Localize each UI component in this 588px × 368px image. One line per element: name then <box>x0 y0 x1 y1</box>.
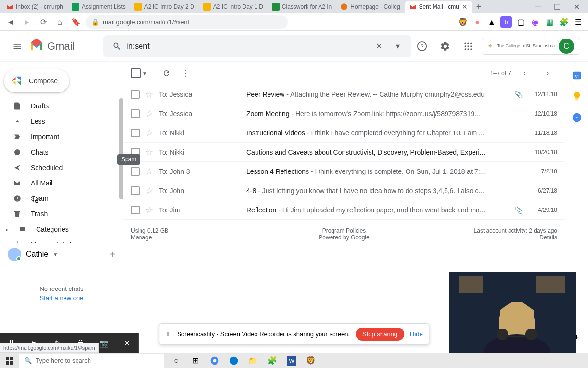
rec-close-button[interactable]: ✕ <box>115 333 139 353</box>
row-checkbox[interactable] <box>131 186 140 195</box>
svg-point-9 <box>471 42 472 44</box>
window-maximize-button[interactable]: ☐ <box>548 0 567 13</box>
row-star-button[interactable]: ☆ <box>145 205 153 215</box>
row-checkbox[interactable] <box>131 167 140 176</box>
sidebar-item-allmail[interactable]: All Mail <box>0 175 123 191</box>
mail-row-6[interactable]: ☆ To: Jim Reflection - Hi Jim I uploaded… <box>123 200 565 220</box>
hangouts-section[interactable]: Cathie ▼ + <box>0 243 123 266</box>
details-link[interactable]: Details <box>415 234 557 241</box>
start-chat-link[interactable]: Start a new one <box>0 294 123 302</box>
row-star-button[interactable]: ☆ <box>145 89 153 100</box>
more-button[interactable]: ⋮ <box>176 64 195 83</box>
refresh-button[interactable] <box>157 64 176 83</box>
main-menu-button[interactable] <box>8 37 27 56</box>
ext-icon-7[interactable]: ▦ <box>544 16 555 28</box>
cortana-button[interactable]: ○ <box>167 353 185 368</box>
search-input[interactable] <box>127 42 369 51</box>
settings-button[interactable] <box>435 37 455 56</box>
ext-icon-6[interactable]: ◉ <box>529 16 541 28</box>
row-star-button[interactable]: ☆ <box>145 128 153 138</box>
window-close-button[interactable]: ✕ <box>567 0 586 13</box>
screencastify-ext-icon[interactable]: ● <box>472 16 483 28</box>
address-bar[interactable]: 🔒 mail.google.com/mail/u/1/#sent <box>86 15 288 29</box>
sidebar-item-chats[interactable]: Chats <box>0 145 123 160</box>
sidebar-item-categories[interactable]: ▸Categories <box>0 222 123 237</box>
mail-row-3[interactable]: ☆ To: Nikki Cautions and Caveats about C… <box>123 143 565 162</box>
window-minimize-button[interactable]: ─ <box>528 0 548 13</box>
nav-back-button[interactable]: ◄ <box>4 15 17 29</box>
browser-tab-3[interactable]: A2 IC Intro Day 1 D <box>199 1 267 13</box>
row-star-button[interactable]: ☆ <box>145 147 153 158</box>
brave-taskbar-icon[interactable]: 🦁 <box>302 353 320 368</box>
sidebar-scrollbar[interactable] <box>119 98 123 199</box>
account-avatar[interactable]: C <box>559 39 574 54</box>
nav-bookmark-button[interactable]: 🔖 <box>69 15 83 29</box>
sidebar-item-spam[interactable]: Spam <box>0 191 123 206</box>
mail-row-1[interactable]: ☆ To: Jessica Zoom Meeting - Here is tom… <box>123 104 565 123</box>
select-dropdown[interactable]: ▼ <box>142 71 147 76</box>
ext-icon-5[interactable]: ▢ <box>515 16 526 28</box>
browser-tab-2[interactable]: A2 IC Intro Day 2 D <box>130 1 198 13</box>
sidebar-item-scheduled[interactable]: Scheduled <box>0 160 123 175</box>
browser-tab-5[interactable]: Homepage - Colleg <box>336 1 404 13</box>
apps-button[interactable] <box>459 37 478 56</box>
browser-tab-1[interactable]: Assignment Lists <box>68 1 129 13</box>
tab-close-button[interactable]: ✕ <box>461 3 468 10</box>
nav-reload-button[interactable]: ⟳ <box>37 15 50 29</box>
extensions-button[interactable]: 🧩 <box>558 16 570 28</box>
drive-ext-icon[interactable]: ▲ <box>486 16 498 28</box>
search-clear-button[interactable]: ✕ <box>369 37 388 56</box>
start-button[interactable] <box>0 353 19 368</box>
taskbar-search[interactable]: 🔍 Type here to search <box>19 354 164 368</box>
browser-tab-6[interactable]: Sent Mail - cmu✕ <box>405 1 472 13</box>
hide-sharing-button[interactable]: Hide <box>410 330 423 338</box>
word-taskbar-icon[interactable]: W <box>283 353 300 368</box>
tasks-addon[interactable] <box>571 112 583 123</box>
row-checkbox[interactable] <box>131 206 140 214</box>
trash-icon <box>13 209 22 219</box>
calendar-addon[interactable]: 31 <box>571 69 583 81</box>
row-checkbox[interactable] <box>131 129 140 137</box>
row-star-button[interactable]: ☆ <box>145 185 153 196</box>
bitmoji-ext-icon[interactable]: b <box>500 16 512 28</box>
keep-addon[interactable] <box>571 91 583 102</box>
task-view-button[interactable]: ⊞ <box>187 353 204 368</box>
explorer-taskbar-icon[interactable]: 📁 <box>244 353 262 368</box>
sidebar-item-important[interactable]: Important <box>0 129 123 145</box>
row-checkbox[interactable] <box>131 90 140 99</box>
sidebar-item-trash[interactable]: Trash <box>0 206 123 222</box>
search-options-button[interactable]: ▾ <box>388 37 408 56</box>
edge-taskbar-icon[interactable] <box>225 353 243 368</box>
compose-button[interactable]: Compose <box>4 69 69 92</box>
hangouts-new-button[interactable]: + <box>110 249 115 260</box>
next-page-button[interactable]: › <box>538 64 557 83</box>
mail-row-0[interactable]: ☆ To: Jessica Peer Review - Attaching th… <box>123 85 565 104</box>
brave-shield-icon[interactable]: 🦁 <box>457 16 469 28</box>
row-star-button[interactable]: ☆ <box>145 166 153 177</box>
chrome-taskbar-icon[interactable] <box>206 353 223 368</box>
mail-row-5[interactable]: ☆ To: John 4-8 - Just letting you know t… <box>123 181 565 200</box>
browser-tab-0[interactable]: Inbox (2) - cmurph <box>2 1 67 13</box>
manage-link[interactable]: Manage <box>131 234 273 241</box>
mail-row-4[interactable]: ☆ To: John 3 Lesson 4 Reflections - I th… <box>123 162 565 181</box>
app-taskbar-icon[interactable]: 🧩 <box>264 353 281 368</box>
sidebar-item-manage[interactable]: Manage labels <box>0 237 123 243</box>
row-checkbox[interactable] <box>131 109 140 118</box>
browser-tab-4[interactable]: Classwork for A2 In <box>268 1 335 13</box>
org-badge[interactable]: ⚜ The College of St. Scholastica C <box>482 38 580 55</box>
row-star-button[interactable]: ☆ <box>145 108 153 119</box>
new-tab-button[interactable]: + <box>473 1 485 13</box>
select-all-checkbox[interactable] <box>131 68 141 78</box>
sidebar-item-less[interactable]: Less <box>0 114 123 129</box>
nav-forward-button[interactable]: ► <box>20 15 34 29</box>
gmail-logo[interactable]: Gmail <box>29 39 75 54</box>
mail-row-2[interactable]: ☆ To: Nikki Instructional Videos - I thi… <box>123 123 565 143</box>
prev-page-button[interactable]: ‹ <box>515 64 534 83</box>
nav-home-button[interactable]: ⌂ <box>53 15 66 29</box>
browser-menu-button[interactable]: ☰ <box>573 16 584 28</box>
search-button[interactable] <box>107 37 127 56</box>
stop-sharing-button[interactable]: Stop sharing <box>356 328 404 341</box>
support-button[interactable]: ? <box>412 37 432 56</box>
policies-link[interactable]: Program Policies <box>273 227 415 234</box>
sidebar-item-drafts[interactable]: Drafts <box>0 98 123 114</box>
